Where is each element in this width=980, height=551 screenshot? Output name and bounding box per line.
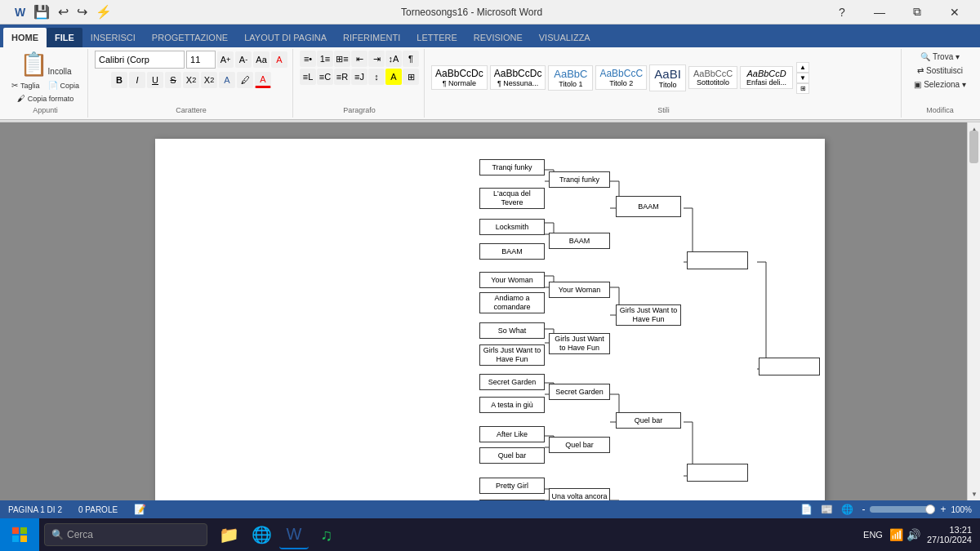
style-nessuna[interactable]: AaBbCcDc ¶ Nessuna... (490, 65, 546, 90)
replace-button[interactable]: ⇄ Sostituisci (914, 64, 966, 77)
tab-riferimenti[interactable]: RIFERIMENTI (335, 28, 408, 47)
zoom-out-button[interactable]: - (862, 504, 865, 515)
minimize-button[interactable]: — (861, 0, 898, 24)
document-page: Tranqi funky L'acqua del Tevere Locksmit… (155, 139, 825, 500)
paste-button[interactable]: 📋 Incolla (16, 51, 76, 78)
select-button[interactable]: ▣ Seleziona ▾ (911, 78, 969, 91)
redo-quick-btn[interactable]: ↪ (75, 2, 89, 21)
format-painter-button[interactable]: 🖌 Copia formato (14, 92, 78, 104)
cut-button[interactable]: ✂ Taglia (8, 79, 43, 91)
style-titolo2[interactable]: AaBbCcC Titolo 2 (595, 65, 647, 90)
svg-rect-1 (20, 527, 27, 534)
scroll-thumb[interactable] (969, 131, 978, 163)
volume-icon[interactable]: 🔊 (906, 528, 920, 541)
case-button[interactable]: Aa (253, 51, 270, 68)
tab-visualizza[interactable]: VISUALIZZA (531, 28, 599, 47)
clock[interactable]: 13:21 27/10/2024 (927, 525, 972, 544)
taskbar-lang: ENG (863, 530, 883, 540)
zoom-slider[interactable] (870, 506, 935, 513)
style-titolo-label: Titolo (659, 81, 677, 89)
proofing-icon[interactable]: 📝 (134, 504, 146, 515)
styles-more-button[interactable]: ⊞ (796, 83, 809, 94)
read-mode-button[interactable]: 📄 (800, 504, 813, 515)
zoom-bar: - + 100% (862, 504, 972, 515)
styles-down-button[interactable]: ▼ (796, 73, 809, 83)
strikethrough-button[interactable]: S (165, 72, 181, 88)
cut-label: Taglia (20, 82, 40, 90)
r2-node-3: Your Woman (549, 282, 610, 298)
numbering-button[interactable]: 1≡ (317, 51, 333, 67)
close-button[interactable]: ✕ (936, 0, 973, 24)
superscript-button[interactable]: X2 (201, 72, 217, 88)
find-button[interactable]: 🔍 Trova ▾ (917, 51, 963, 63)
maximize-button[interactable]: ⧉ (898, 0, 936, 24)
style-titolo[interactable]: AaBI Titolo (649, 64, 686, 91)
document-area[interactable]: ▲ ▼ (0, 122, 980, 500)
tournament-bracket: Tranqi funky L'acqua del Tevere Locksmit… (172, 155, 808, 500)
style-titolo1[interactable]: AaBbC Titolo 1 (548, 65, 593, 91)
grow-font-button[interactable]: A+ (217, 51, 234, 68)
text-highlight-button[interactable]: 🖊 (237, 72, 253, 88)
subscript-button[interactable]: X2 (183, 72, 199, 88)
r1-node-11: After Like (479, 426, 545, 442)
styles-scroll: ▲ ▼ ⊞ (796, 62, 809, 94)
clear-format-button[interactable]: A (271, 51, 287, 68)
borders-button[interactable]: ⊞ (403, 69, 419, 85)
tab-lettere[interactable]: LETTERE (408, 28, 466, 47)
tab-file[interactable]: FILE (47, 28, 82, 47)
copy-button[interactable]: 📄 Copia (45, 79, 83, 91)
font-size-input[interactable] (186, 51, 216, 69)
save-quick-btn[interactable]: 💾 (32, 2, 51, 21)
font-color-button[interactable]: A (255, 72, 271, 88)
line-spacing-button[interactable]: ↕ (368, 69, 385, 85)
text-effect-button[interactable]: A (219, 72, 235, 88)
styles-up-button[interactable]: ▲ (796, 62, 809, 73)
italic-button[interactable]: I (129, 72, 145, 88)
vertical-scrollbar[interactable]: ▲ ▼ (967, 122, 980, 500)
style-normal[interactable]: AaBbCcDc ¶ Normale (431, 65, 488, 90)
increase-indent-button[interactable]: ⇥ (368, 51, 385, 67)
align-center-button[interactable]: ≡C (317, 69, 333, 85)
tab-inserisci[interactable]: INSERISCI (82, 28, 144, 47)
style-sottotitolo[interactable]: AaBbCcC Sottotitolo (688, 66, 737, 89)
taskbar-search[interactable]: 🔍 Cerca (44, 523, 207, 546)
start-button[interactable] (0, 518, 39, 551)
customize-quick-btn[interactable]: ⚡ (94, 2, 114, 21)
tab-progettazione[interactable]: PROGETTAZIONE (144, 28, 236, 47)
undo-quick-btn[interactable]: ↩ (56, 2, 70, 21)
network-icon[interactable]: 📶 (889, 528, 903, 541)
print-layout-button[interactable]: 📰 (821, 504, 833, 515)
r4-node-1 (687, 251, 748, 269)
decrease-indent-button[interactable]: ⇤ (351, 51, 368, 67)
font-name-input[interactable] (95, 51, 185, 69)
char-format-row: B I U S X2 X2 A 🖊 A (111, 72, 271, 88)
bullets-button[interactable]: ≡• (300, 51, 316, 67)
clipboard-group: 📋 Incolla ✂ Taglia 📄 Copia 🖌 Copia forma… (3, 49, 88, 118)
shrink-font-button[interactable]: A- (235, 51, 252, 68)
tab-layout[interactable]: LAYOUT DI PAGINA (236, 28, 335, 47)
web-layout-button[interactable]: 🌐 (841, 504, 853, 515)
help-button[interactable]: ? (823, 0, 861, 24)
word-taskbar-button[interactable]: W (279, 520, 309, 549)
chrome-button[interactable]: 🌐 (247, 520, 276, 549)
styles-list: AaBbCcDc ¶ Normale AaBbCcDc ¶ Nessuna...… (431, 64, 793, 91)
underline-button[interactable]: U (147, 72, 163, 88)
align-left-button[interactable]: ≡L (300, 69, 316, 85)
multilevel-button[interactable]: ⊞≡ (334, 51, 350, 67)
clipboard-content: 📋 Incolla ✂ Taglia 📄 Copia 🖌 Copia forma… (8, 51, 82, 104)
file-explorer-button[interactable]: 📁 (214, 520, 243, 549)
show-marks-button[interactable]: ¶ (403, 51, 419, 67)
tab-home[interactable]: HOME (3, 28, 47, 47)
justify-button[interactable]: ≡J (351, 69, 368, 85)
copy-label: Copia (60, 82, 80, 90)
align-right-button[interactable]: ≡R (334, 69, 350, 85)
sort-button[interactable]: ↕A (385, 51, 402, 67)
paste-icon: 📋 (20, 53, 48, 76)
spotify-button[interactable]: ♫ (312, 520, 341, 549)
tab-revisione[interactable]: REVISIONE (466, 28, 531, 47)
shading-button[interactable]: A (385, 69, 402, 85)
style-enfasi[interactable]: AaBbCcD Enfasi deli... (740, 66, 793, 89)
scroll-down-button[interactable]: ▼ (968, 487, 980, 500)
zoom-in-button[interactable]: + (940, 504, 946, 515)
bold-button[interactable]: B (111, 72, 127, 88)
